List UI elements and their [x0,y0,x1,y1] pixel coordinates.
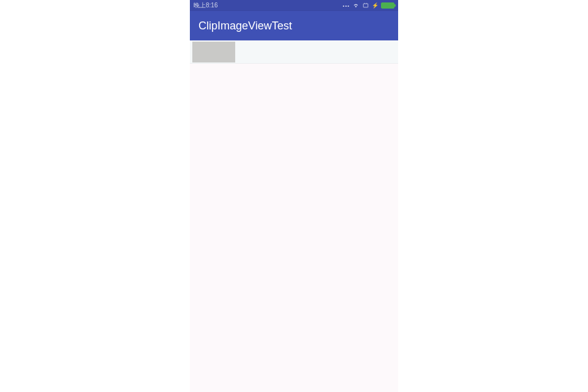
svg-rect-0 [363,4,368,7]
status-bar-left: 晚上8:16 [194,1,217,10]
content-area[interactable] [190,64,398,392]
app-title: ClipImageViewTest [198,20,292,32]
status-bar-right: ••• ⚡ [343,2,394,9]
status-time: 晚上8:16 [194,1,217,10]
screenshot-icon [362,2,369,9]
charging-icon: ⚡ [372,2,379,9]
more-dots-icon: ••• [343,3,350,9]
thumbnail-placeholder[interactable] [192,42,235,62]
app-bar: ClipImageViewTest [190,11,398,40]
phone-screen: 晚上8:16 ••• ⚡ ClipImageViewTest [190,0,398,392]
wifi-icon [352,2,360,9]
toolbar-strip [190,40,398,64]
battery-icon [381,2,394,9]
status-bar: 晚上8:16 ••• ⚡ [190,0,398,11]
